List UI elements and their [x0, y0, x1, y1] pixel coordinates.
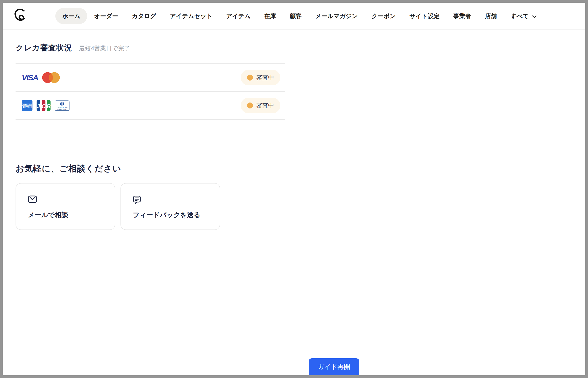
- status-label: 審査中: [256, 74, 274, 82]
- table-row: VISA 審査中: [15, 63, 285, 91]
- consult-card-mail[interactable]: メールで相談: [15, 183, 115, 230]
- card-brand-group: AMERICAN EXPRESS J C B Diners Club: [22, 100, 69, 111]
- card-brand-group: VISA: [22, 72, 60, 83]
- app-window: ホーム オーダー カタログ アイテムセット アイテム 在庫 顧客 メールマガジン…: [0, 0, 588, 378]
- page-title: クレカ審査状況: [15, 42, 72, 53]
- svg-text:B: B: [47, 103, 51, 109]
- status-badge: 審査中: [241, 98, 280, 113]
- guide-resume-button[interactable]: ガイド再開: [309, 358, 359, 375]
- consult-card-label: フィードバックを送る: [133, 211, 200, 220]
- mastercard-logo-icon: [42, 72, 60, 83]
- consult-cards: メールで相談 フィードバックを送る: [15, 183, 220, 230]
- nav-item-item-sets[interactable]: アイテムセット: [163, 8, 219, 24]
- stores-logo[interactable]: [13, 8, 26, 23]
- nav-item-all-label: すべて: [511, 8, 529, 24]
- nav-item-customers[interactable]: 顧客: [283, 8, 309, 24]
- nav-item-all[interactable]: すべて: [504, 8, 543, 24]
- top-navigation: ホーム オーダー カタログ アイテムセット アイテム 在庫 顧客 メールマガジン…: [3, 3, 585, 29]
- visa-logo-icon: VISA: [22, 74, 38, 81]
- svg-text:INTERNATIONAL: INTERNATIONAL: [57, 109, 67, 110]
- jcb-logo-icon: J C B: [37, 100, 51, 111]
- nav-item-store[interactable]: 店舗: [478, 8, 504, 24]
- chevron-down-icon: [532, 8, 537, 24]
- svg-text:J: J: [37, 103, 40, 109]
- consult-card-label: メールで相談: [28, 211, 68, 220]
- svg-text:AMERICAN: AMERICAN: [23, 104, 32, 105]
- nav-menu: ホーム オーダー カタログ アイテムセット アイテム 在庫 顧客 メールマガジン…: [55, 3, 543, 29]
- nav-item-items[interactable]: アイテム: [219, 8, 257, 24]
- consult-card-feedback[interactable]: フィードバックを送る: [120, 183, 220, 230]
- table-row: AMERICAN EXPRESS J C B Diners Club: [15, 91, 285, 120]
- nav-item-home[interactable]: ホーム: [55, 8, 87, 24]
- status-label: 審査中: [256, 102, 274, 110]
- mail-icon: [28, 195, 37, 203]
- nav-item-inventory[interactable]: 在庫: [257, 8, 283, 24]
- svg-text:EXPRESS: EXPRESS: [24, 106, 32, 108]
- nav-item-newsletter[interactable]: メールマガジン: [309, 8, 365, 24]
- diners-club-logo-icon: Diners Club INTERNATIONAL: [55, 100, 69, 111]
- review-status-header: クレカ審査状況 最短4営業日で完了: [15, 42, 130, 53]
- svg-text:C: C: [42, 103, 46, 109]
- nav-item-site-settings[interactable]: サイト設定: [403, 8, 447, 24]
- status-badge: 審査中: [241, 70, 280, 85]
- svg-text:Diners Club: Diners Club: [57, 106, 67, 108]
- nav-item-coupons[interactable]: クーポン: [365, 8, 403, 24]
- status-dot-icon: [247, 75, 253, 81]
- feedback-icon: [133, 195, 141, 204]
- nav-item-business[interactable]: 事業者: [447, 8, 478, 24]
- nav-item-orders[interactable]: オーダー: [87, 8, 125, 24]
- consult-heading: お気軽に、ご相談ください: [15, 163, 121, 174]
- review-status-table: VISA 審査中 AMERICAN: [15, 63, 285, 120]
- nav-item-catalog[interactable]: カタログ: [125, 8, 163, 24]
- page-subtitle: 最短4営業日で完了: [79, 44, 130, 52]
- status-dot-icon: [247, 103, 253, 108]
- amex-logo-icon: AMERICAN EXPRESS: [22, 100, 32, 111]
